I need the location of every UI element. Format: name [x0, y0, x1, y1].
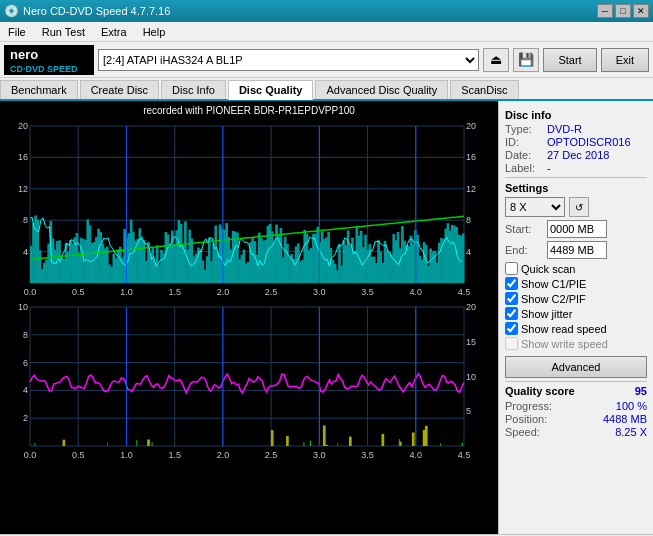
show-c2pif-row: Show C2/PIF [505, 292, 647, 305]
svg-text:CD·DVD SPEED: CD·DVD SPEED [10, 64, 78, 74]
tab-bar: Benchmark Create Disc Disc Info Disc Qua… [0, 78, 653, 101]
menu-help[interactable]: Help [139, 24, 170, 40]
progress-label: Progress: [505, 400, 552, 412]
title-text: Nero CD-DVD Speed 4.7.7.16 [23, 5, 170, 17]
app-icon: 💿 [4, 4, 19, 18]
speed-icon-btn[interactable]: ↺ [569, 197, 589, 217]
show-c1pie-row: Show C1/PIE [505, 277, 647, 290]
label-label: Label: [505, 162, 543, 174]
start-mb-row: Start: [505, 220, 647, 238]
top-chart [2, 118, 492, 301]
speed-select[interactable]: 8 X [505, 197, 565, 217]
position-row: Position: 4488 MB [505, 413, 647, 425]
tab-disc-info[interactable]: Disc Info [161, 80, 226, 99]
show-jitter-row: Show jitter [505, 307, 647, 320]
sidebar: Disc info Type: DVD-R ID: OPTODISCR016 D… [498, 101, 653, 534]
end-mb-row: End: [505, 241, 647, 259]
show-c2pif-label: Show C2/PIF [521, 293, 586, 305]
quick-scan-row: Quick scan [505, 262, 647, 275]
divider-2 [505, 381, 647, 382]
show-c1pie-label: Show C1/PIE [521, 278, 586, 290]
toolbar: nero CD·DVD SPEED [2:4] ATAPI iHAS324 A … [0, 42, 653, 78]
show-read-speed-checkbox[interactable] [505, 322, 518, 335]
show-c1pie-checkbox[interactable] [505, 277, 518, 290]
save-button[interactable]: 💾 [513, 48, 539, 72]
minimize-button[interactable]: ─ [597, 4, 613, 18]
divider-1 [505, 177, 647, 178]
eject-button[interactable]: ⏏ [483, 48, 509, 72]
main-content: recorded with PIONEER BDR-PR1EPDVPP100 D… [0, 101, 653, 534]
id-value: OPTODISCR016 [547, 136, 631, 148]
chart-area: recorded with PIONEER BDR-PR1EPDVPP100 [0, 101, 498, 534]
disc-type-row: Type: DVD-R [505, 123, 647, 135]
tab-disc-quality[interactable]: Disc Quality [228, 80, 314, 100]
show-read-speed-row: Show read speed [505, 322, 647, 335]
label-value: - [547, 162, 551, 174]
disc-id-row: ID: OPTODISCR016 [505, 136, 647, 148]
menu-file[interactable]: File [4, 24, 30, 40]
drive-select[interactable]: [2:4] ATAPI iHAS324 A BL1P [98, 49, 479, 71]
disc-date-row: Date: 27 Dec 2018 [505, 149, 647, 161]
menu-run-test[interactable]: Run Test [38, 24, 89, 40]
start-label: Start: [505, 223, 543, 235]
show-c2pif-checkbox[interactable] [505, 292, 518, 305]
show-write-speed-checkbox[interactable] [505, 337, 518, 350]
speed-row-progress: Speed: 8.25 X [505, 426, 647, 438]
progress-value: 100 % [616, 400, 647, 412]
settings-title: Settings [505, 182, 647, 194]
type-label: Type: [505, 123, 543, 135]
show-jitter-checkbox[interactable] [505, 307, 518, 320]
nero-logo: nero CD·DVD SPEED [4, 45, 94, 75]
tab-scan-disc[interactable]: ScanDisc [450, 80, 518, 99]
date-label: Date: [505, 149, 543, 161]
type-value: DVD-R [547, 123, 582, 135]
exit-button[interactable]: Exit [601, 48, 649, 72]
quick-scan-checkbox[interactable] [505, 262, 518, 275]
chart-title: recorded with PIONEER BDR-PR1EPDVPP100 [2, 103, 496, 118]
id-label: ID: [505, 136, 543, 148]
show-write-speed-row: Show write speed [505, 337, 647, 350]
tab-create-disc[interactable]: Create Disc [80, 80, 159, 99]
disc-label-row: Label: - [505, 162, 647, 174]
quality-score-row: Quality score 95 [505, 385, 647, 397]
progress-section: Progress: 100 % Position: 4488 MB Speed:… [505, 400, 647, 438]
tab-benchmark[interactable]: Benchmark [0, 80, 78, 99]
speed-value: 8.25 X [615, 426, 647, 438]
disc-info-title: Disc info [505, 109, 647, 121]
position-value: 4488 MB [603, 413, 647, 425]
show-write-speed-label: Show write speed [521, 338, 608, 350]
start-button[interactable]: Start [543, 48, 596, 72]
quick-scan-label: Quick scan [521, 263, 575, 275]
quality-score-label: Quality score [505, 385, 575, 397]
maximize-button[interactable]: □ [615, 4, 631, 18]
start-input[interactable] [547, 220, 607, 238]
bottom-chart [2, 301, 492, 464]
quality-score-value: 95 [635, 385, 647, 397]
end-label: End: [505, 244, 543, 256]
progress-row: Progress: 100 % [505, 400, 647, 412]
close-button[interactable]: ✕ [633, 4, 649, 18]
show-jitter-label: Show jitter [521, 308, 572, 320]
window-controls: ─ □ ✕ [597, 4, 649, 18]
speed-label: Speed: [505, 426, 540, 438]
date-value: 27 Dec 2018 [547, 149, 609, 161]
menu-bar: File Run Test Extra Help [0, 22, 653, 42]
position-label: Position: [505, 413, 547, 425]
end-input[interactable] [547, 241, 607, 259]
title-bar: 💿 Nero CD-DVD Speed 4.7.7.16 ─ □ ✕ [0, 0, 653, 22]
show-read-speed-label: Show read speed [521, 323, 607, 335]
tab-advanced-disc-quality[interactable]: Advanced Disc Quality [315, 80, 448, 99]
advanced-button[interactable]: Advanced [505, 356, 647, 378]
svg-text:nero: nero [10, 47, 38, 62]
speed-row: 8 X ↺ [505, 197, 647, 217]
menu-extra[interactable]: Extra [97, 24, 131, 40]
